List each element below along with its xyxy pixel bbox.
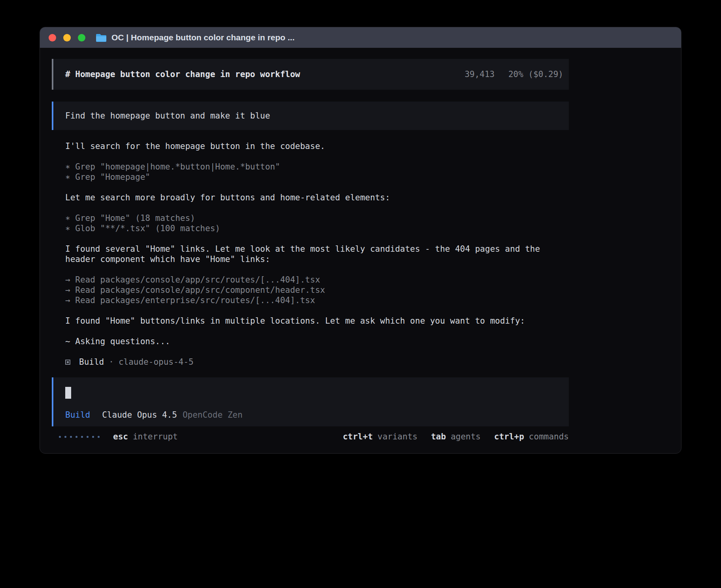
status-bar: esc interrupt ctrl+t variants tab agents… <box>52 429 569 445</box>
build-agent-icon <box>65 360 70 365</box>
tool-call-read: → Read packages/console/app/src/componen… <box>65 285 569 295</box>
agent-name: Build <box>79 357 104 367</box>
shortcut-label: variants <box>377 432 417 442</box>
blank-line <box>65 234 569 244</box>
provider-label: OpenCode Zen <box>183 410 243 420</box>
tool-call-read: → Read packages/console/app/src/routes/[… <box>65 275 569 285</box>
minimize-window-button[interactable] <box>63 34 71 41</box>
window-title: OC | Homepage button color change in rep… <box>111 33 294 42</box>
blank-line <box>65 151 569 162</box>
spinner-dots <box>59 436 100 438</box>
shortcut-key: ctrl+p <box>494 432 524 442</box>
tool-call-grep: ∗ Grep "homepage|home.*button|Home.*butt… <box>65 162 569 172</box>
shortcut-variants: ctrl+t variants <box>343 432 417 442</box>
blank-line <box>65 305 569 316</box>
interrupt-hint-label: interrupt <box>133 432 178 442</box>
session-header: # Homepage button color change in repo w… <box>52 59 569 90</box>
blank-line <box>65 264 569 275</box>
tool-call-glob: ∗ Glob "**/*.tsx" (100 matches) <box>65 223 569 234</box>
token-count: 39,413 <box>464 70 495 79</box>
terminal-window: OC | Homepage button color change in rep… <box>40 27 681 454</box>
terminal-content: # Homepage button color change in repo w… <box>40 48 681 445</box>
agent-status-line: Build · claude-opus-4-5 <box>65 357 569 367</box>
assistant-transcript: I'll search for the homepage button in t… <box>52 141 569 367</box>
shortcut-commands: ctrl+p commands <box>494 432 569 442</box>
status-right: ctrl+t variants tab agents ctrl+p comman… <box>329 432 569 442</box>
shortcut-agents: tab agents <box>431 432 481 442</box>
mode-label: Build <box>65 410 90 420</box>
model-label: Claude Opus 4.5 <box>102 410 177 420</box>
agent-model: claude-opus-4-5 <box>119 357 194 367</box>
context-usage: 20% ($0.29) <box>508 70 563 79</box>
prompt-input[interactable]: Build Claude Opus 4.5 OpenCode Zen <box>52 377 569 426</box>
blank-line <box>65 347 569 357</box>
shortcut-label: commands <box>529 432 569 442</box>
folder-icon <box>96 33 107 42</box>
tool-call-grep: ∗ Grep "Home" (18 matches) <box>65 213 569 223</box>
blank-line <box>65 203 569 213</box>
user-message-text: Find the homepage button and make it blu… <box>65 111 270 121</box>
session-title: # Homepage button color change in repo w… <box>65 69 300 79</box>
shortcut-key: tab <box>431 432 446 442</box>
zoom-window-button[interactable] <box>78 34 85 41</box>
assistant-status-text: ~ Asking questions... <box>65 336 569 347</box>
tool-call-grep: ∗ Grep "Homepage" <box>65 172 569 182</box>
blank-line <box>65 182 569 192</box>
traffic-lights <box>49 34 85 41</box>
session-stats: 39,413 20% ($0.29) <box>456 69 563 79</box>
separator-dot: · <box>109 357 114 367</box>
text-cursor <box>65 387 71 399</box>
esc-key-hint: esc <box>113 432 128 442</box>
model-selector-row[interactable]: Build Claude Opus 4.5 OpenCode Zen <box>65 410 557 420</box>
assistant-text: Let me search more broadly for buttons a… <box>65 192 569 203</box>
shortcut-label: agents <box>451 432 481 442</box>
close-window-button[interactable] <box>49 34 56 41</box>
status-left: esc interrupt <box>59 432 178 442</box>
window-titlebar[interactable]: OC | Homepage button color change in rep… <box>40 27 681 48</box>
blank-line <box>65 326 569 336</box>
assistant-text: I found "Home" buttons/links in multiple… <box>65 316 569 326</box>
tool-call-read: → Read packages/enterprise/src/routes/[.… <box>65 295 569 305</box>
assistant-text: I found several "Home" links. Let me loo… <box>65 244 569 264</box>
assistant-text: I'll search for the homepage button in t… <box>65 141 569 151</box>
shortcut-key: ctrl+t <box>343 432 373 442</box>
user-message: Find the homepage button and make it blu… <box>52 102 569 130</box>
